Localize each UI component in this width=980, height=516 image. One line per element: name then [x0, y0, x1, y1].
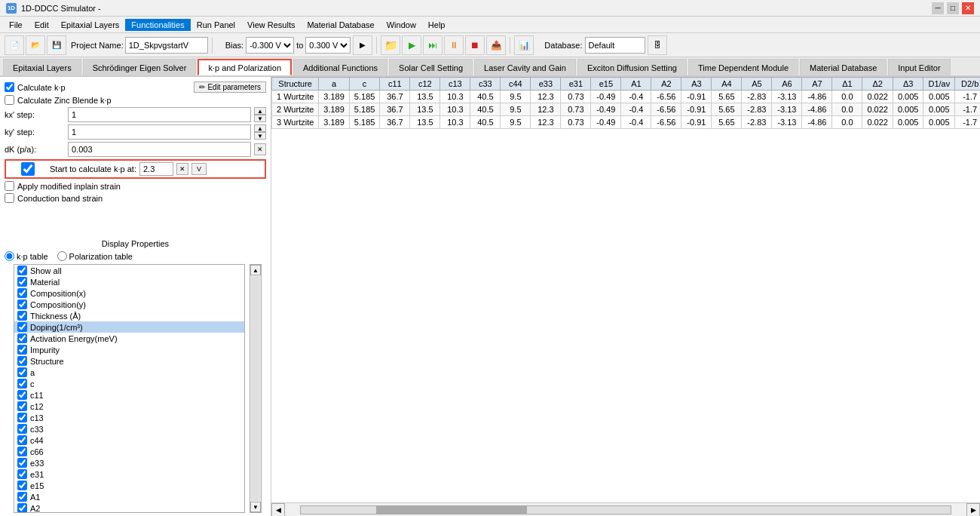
display-props-title: Display Properties [5, 239, 266, 248]
apply-strain-checkbox[interactable] [5, 181, 14, 191]
checklist-scroll-up[interactable]: ▲ [250, 265, 261, 275]
export-button[interactable]: 📤 [486, 35, 506, 55]
open-file-button[interactable]: 📁 [381, 35, 400, 55]
checklist-c11[interactable]: c11 [14, 389, 244, 401]
menu-runpanel[interactable]: Run Panel [191, 19, 241, 31]
start-clear-button[interactable]: ✕ [176, 163, 188, 175]
dk-input[interactable] [68, 142, 251, 157]
tab-laser[interactable]: Laser Cavity and Gain [474, 59, 576, 75]
table-cell: -3.13 [772, 116, 802, 129]
checklist-c12[interactable]: c12 [14, 401, 244, 412]
checklist-e33[interactable]: e33 [14, 457, 244, 468]
checklist-activation[interactable]: Activation Energy(meV) [14, 333, 244, 344]
checklist-material[interactable]: Material [14, 276, 244, 287]
start-calculate-label: Start to calculate k·p at: [50, 164, 136, 174]
menu-window[interactable]: Window [381, 19, 422, 31]
title-text: 1D-DDCC Simulator - [21, 4, 101, 13]
stop-button[interactable]: ⏹ [465, 35, 485, 55]
kx-step-up[interactable]: ▲ [254, 107, 266, 115]
menu-edit[interactable]: Edit [29, 19, 55, 31]
menu-help[interactable]: Help [422, 19, 452, 31]
bias-to-select[interactable]: 0.300 V [305, 37, 351, 54]
checklist-e15[interactable]: e15 [14, 480, 244, 491]
table-cell: 0.005 [893, 116, 923, 129]
checklist-compx[interactable]: Composition(x) [14, 287, 244, 299]
tab-schrodinger[interactable]: Schrödinger Eigen Solver [83, 59, 197, 75]
checklist-A1[interactable]: A1 [14, 491, 244, 502]
kx-step-down[interactable]: ▼ [254, 115, 266, 122]
checklist-container[interactable]: Show all Material Composition(x) Composi… [14, 264, 245, 513]
database-button[interactable]: 🗄 [648, 35, 667, 55]
checklist-impurity[interactable]: Impurity [14, 344, 244, 355]
kp-table-radio[interactable] [5, 251, 14, 261]
close-button[interactable]: ✕ [962, 2, 974, 14]
minimize-button[interactable]: ─ [932, 2, 944, 14]
new-button[interactable]: 📄 [5, 35, 24, 55]
kx-step-input[interactable] [68, 107, 251, 122]
kp-table-label[interactable]: k·p table [5, 251, 48, 261]
tab-exciton[interactable]: Exciton Diffusion Setting [577, 59, 687, 75]
start-calculate-checkbox[interactable] [9, 162, 47, 176]
checklist-structure[interactable]: Structure [14, 355, 244, 367]
edit-params-button[interactable]: ✏ Edit parameters [194, 81, 266, 93]
tab-epitaxial[interactable]: Epitaxial Layers [3, 59, 81, 75]
bias-set-button[interactable]: ▶ [353, 35, 372, 55]
calculate-zinc-blende-checkbox[interactable] [5, 95, 14, 105]
project-name-input[interactable] [125, 37, 208, 54]
polarization-table-label[interactable]: Polarization table [57, 251, 133, 261]
polarization-table-radio[interactable] [57, 251, 67, 261]
run-button[interactable]: ▶ [402, 35, 421, 55]
ky-step-input[interactable] [68, 124, 251, 140]
checklist-showall[interactable]: Show all [14, 265, 244, 276]
checklist-a[interactable]: a [14, 367, 244, 378]
open-button[interactable]: 📂 [26, 35, 45, 55]
checklist-A2[interactable]: A2 [14, 502, 244, 513]
checklist-c44[interactable]: c44 [14, 435, 244, 446]
start-value-input[interactable] [139, 162, 173, 176]
tab-solar[interactable]: Solar Cell Setting [389, 59, 473, 75]
checklist-c[interactable]: c [14, 378, 244, 389]
tab-kp[interactable]: k·p and Polarization [198, 59, 292, 75]
calculate-kp-checkbox[interactable] [5, 82, 14, 92]
ky-step-up[interactable]: ▲ [254, 124, 266, 132]
table-container[interactable]: Structure a c c11 c12 c13 c33 c44 e33 e3… [271, 77, 980, 502]
menu-materialdb[interactable]: Material Database [301, 19, 380, 31]
step-button[interactable]: ⏭ [423, 35, 443, 55]
checklist-e31[interactable]: e31 [14, 468, 244, 480]
checklist-scroll-down[interactable]: ▼ [250, 502, 261, 512]
start-v-button[interactable]: V [191, 163, 207, 175]
dk-clear-button[interactable]: ✕ [254, 143, 266, 155]
checklist-thickness[interactable]: Thickness (Å) [14, 310, 244, 321]
scroll-track[interactable] [300, 505, 951, 514]
menu-file[interactable]: File [3, 19, 29, 31]
chart-button[interactable]: 📊 [514, 35, 534, 55]
table-cell: 9.5 [501, 91, 531, 103]
scroll-left-arrow[interactable]: ◀ [271, 503, 285, 517]
tab-matdb[interactable]: Material Database [800, 59, 887, 75]
tab-additional[interactable]: Additional Functions [293, 59, 387, 75]
checklist-doping[interactable]: Doping(1/cm³) [14, 321, 244, 333]
menu-viewresults[interactable]: View Results [241, 19, 301, 31]
checklist-c66[interactable]: c66 [14, 446, 244, 457]
save-button[interactable]: 💾 [47, 35, 66, 55]
checklist-c33[interactable]: c33 [14, 423, 244, 435]
ky-step-label: ky' step: [5, 127, 65, 137]
bottom-scrollbar[interactable]: ◀ ▶ [271, 502, 980, 516]
scroll-thumb[interactable] [376, 506, 527, 514]
menu-epitaxial[interactable]: Epitaxial Layers [55, 19, 126, 31]
checklist-scroll-track [251, 276, 260, 501]
pause-button[interactable]: ⏸ [444, 35, 464, 55]
ky-step-down[interactable]: ▼ [254, 132, 266, 140]
tab-inputeditor[interactable]: Input Editor [888, 59, 950, 75]
bias-from-select[interactable]: -0.300 V [246, 37, 294, 54]
col-c12: c12 [410, 78, 440, 91]
tab-timedep[interactable]: Time Dependent Module [688, 59, 798, 75]
checklist-scrollbar[interactable]: ▲ ▼ [250, 264, 262, 513]
checklist-c13[interactable]: c13 [14, 412, 244, 423]
scroll-right-arrow[interactable]: ▶ [966, 503, 980, 517]
restore-button[interactable]: □ [947, 2, 959, 14]
checklist-compy[interactable]: Composition(y) [14, 299, 244, 310]
menu-functionalities[interactable]: Functionalities [125, 19, 190, 31]
database-input[interactable] [585, 37, 645, 54]
conduction-band-checkbox[interactable] [5, 193, 14, 203]
